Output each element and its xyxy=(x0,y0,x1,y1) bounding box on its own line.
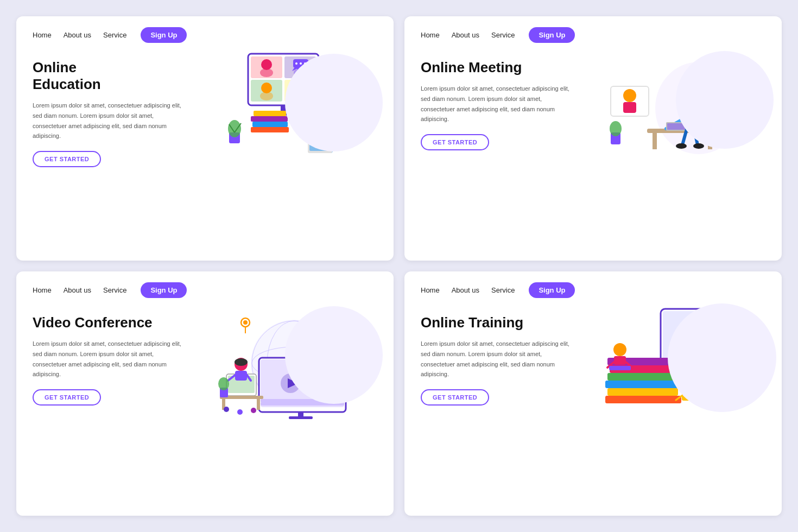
card-online-training: Home About us Service Sign Up Online Tra… xyxy=(404,271,782,516)
nav-service-4[interactable]: Service xyxy=(491,286,515,294)
svg-rect-16 xyxy=(252,122,288,127)
svg-point-96 xyxy=(224,407,229,412)
svg-rect-15 xyxy=(251,127,289,132)
title-training: Online Training xyxy=(421,314,572,331)
svg-rect-127 xyxy=(614,356,626,365)
nav-home-2[interactable]: Home xyxy=(421,31,440,39)
svg-point-34 xyxy=(300,62,302,65)
svg-rect-120 xyxy=(605,396,681,403)
nav-education: Home About us Service Sign Up xyxy=(33,27,377,43)
nav-about-4[interactable]: About us xyxy=(452,286,479,294)
nav-about-1[interactable]: About us xyxy=(64,31,91,39)
card-video-conference: Home About us Service Sign Up Video Conf… xyxy=(16,271,394,516)
nav-signup-2[interactable]: Sign Up xyxy=(529,27,575,43)
svg-point-50 xyxy=(693,143,704,149)
svg-point-64 xyxy=(610,121,622,136)
svg-rect-122 xyxy=(605,381,679,388)
cta-meeting[interactable]: GET STARTED xyxy=(421,134,489,150)
desc-meeting: Lorem ipsum dolor sit amet, consectetuer… xyxy=(421,84,572,124)
svg-point-52 xyxy=(623,89,636,102)
svg-rect-123 xyxy=(607,373,675,381)
nav-signup-1[interactable]: Sign Up xyxy=(141,27,187,43)
nav-training: Home About us Service Sign Up xyxy=(421,282,765,298)
nav-signup-3[interactable]: Sign Up xyxy=(141,282,187,298)
nav-home-3[interactable]: Home xyxy=(33,286,52,294)
illustration-conference xyxy=(189,303,377,417)
svg-point-20 xyxy=(228,120,241,137)
nav-about-3[interactable]: About us xyxy=(64,286,91,294)
svg-point-87 xyxy=(235,358,248,366)
desc-conference: Lorem ipsum dolor sit amet, consectetuer… xyxy=(33,339,184,379)
svg-rect-80 xyxy=(289,416,313,419)
desc-education: Lorem ipsum dolor sit amet, consectetuer… xyxy=(33,100,184,141)
svg-point-10 xyxy=(260,92,273,100)
svg-point-98 xyxy=(251,408,256,413)
title-conference: Video Conference xyxy=(33,314,184,331)
svg-rect-85 xyxy=(257,399,260,410)
svg-rect-53 xyxy=(623,102,636,113)
illustration-education xyxy=(189,48,377,157)
nav-meeting: Home About us Service Sign Up xyxy=(421,27,765,43)
svg-point-49 xyxy=(676,143,687,149)
svg-point-92 xyxy=(218,377,229,390)
main-grid: Home About us Service Sign Up OnlineEduc… xyxy=(0,0,798,532)
nav-signup-4[interactable]: Sign Up xyxy=(529,282,575,298)
svg-point-94 xyxy=(243,320,248,325)
cta-conference[interactable]: GET STARTED xyxy=(33,389,101,406)
nav-about-2[interactable]: About us xyxy=(452,31,479,39)
svg-point-33 xyxy=(295,62,297,65)
nav-home-1[interactable]: Home xyxy=(33,31,52,39)
nav-service-1[interactable]: Service xyxy=(103,31,126,39)
desc-training: Lorem ipsum dolor sit amet, consectetuer… xyxy=(421,339,572,379)
svg-rect-88 xyxy=(235,371,247,381)
svg-rect-18 xyxy=(254,111,286,116)
card-online-education: Home About us Service Sign Up OnlineEduc… xyxy=(16,16,394,261)
svg-rect-38 xyxy=(653,133,657,149)
nav-service-2[interactable]: Service xyxy=(491,31,515,39)
svg-point-126 xyxy=(613,343,626,356)
nav-conference: Home About us Service Sign Up xyxy=(33,282,377,298)
svg-point-97 xyxy=(237,409,243,415)
title-education: OnlineEducation xyxy=(33,59,184,93)
svg-rect-17 xyxy=(251,116,288,122)
svg-rect-130 xyxy=(609,366,631,370)
illustration-training xyxy=(578,303,765,417)
cta-training[interactable]: GET STARTED xyxy=(421,389,489,406)
illustration-meeting xyxy=(578,48,765,157)
svg-point-6 xyxy=(260,68,273,77)
nav-service-3[interactable]: Service xyxy=(103,286,126,294)
svg-rect-121 xyxy=(607,388,678,396)
title-meeting: Online Meeting xyxy=(421,59,572,76)
card-online-meeting: Home About us Service Sign Up Online Mee… xyxy=(404,16,782,261)
cta-education[interactable]: GET STARTED xyxy=(33,151,101,167)
nav-home-4[interactable]: Home xyxy=(421,286,440,294)
